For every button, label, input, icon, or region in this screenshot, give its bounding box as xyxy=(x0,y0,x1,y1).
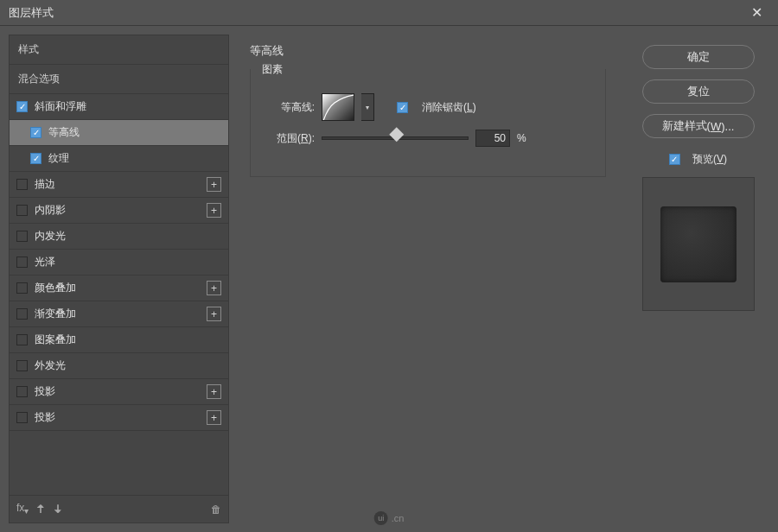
style-item-4[interactable]: 内阴影+ xyxy=(10,198,228,224)
add-effect-icon[interactable]: + xyxy=(207,307,221,321)
content: 样式 混合选项 斜面和浮雕等高线纹理描边+内阴影+内发光光泽颜色叠加+渐变叠加+… xyxy=(0,26,778,532)
add-effect-icon[interactable]: + xyxy=(207,281,221,295)
style-list: 斜面和浮雕等高线纹理描边+内阴影+内发光光泽颜色叠加+渐变叠加+图案叠加外发光投… xyxy=(10,94,228,431)
styles-header[interactable]: 样式 xyxy=(10,35,228,65)
contour-label: 等高线: xyxy=(263,100,315,115)
style-checkbox[interactable] xyxy=(16,179,28,190)
blend-options-header[interactable]: 混合选项 xyxy=(10,65,228,94)
range-label: 范围(R): xyxy=(263,131,315,146)
style-item-5[interactable]: 内发光 xyxy=(10,224,228,250)
style-label: 内阴影 xyxy=(35,203,207,218)
style-item-9[interactable]: 图案叠加 xyxy=(10,327,228,353)
style-item-10[interactable]: 外发光 xyxy=(10,353,228,379)
style-item-11[interactable]: 投影+ xyxy=(10,379,228,405)
style-label: 描边 xyxy=(35,177,207,192)
style-label: 投影 xyxy=(35,410,207,425)
antialias-checkbox[interactable] xyxy=(397,102,408,113)
style-checkbox[interactable] xyxy=(16,386,28,397)
style-label: 颜色叠加 xyxy=(35,281,207,295)
style-label: 内发光 xyxy=(35,229,221,244)
arrow-up-icon[interactable]: 🠅 xyxy=(35,504,46,516)
range-slider[interactable] xyxy=(322,136,469,140)
group-label: 图素 xyxy=(259,62,285,77)
add-effect-icon[interactable]: + xyxy=(207,177,221,192)
style-label: 图案叠加 xyxy=(35,332,221,347)
style-item-8[interactable]: 渐变叠加+ xyxy=(10,301,228,327)
style-checkbox[interactable] xyxy=(16,205,28,216)
preview-box xyxy=(642,177,755,311)
style-item-7[interactable]: 颜色叠加+ xyxy=(10,276,228,301)
left-footer: fx▾ 🠅 🠇 🗑 xyxy=(10,495,228,522)
style-label: 外发光 xyxy=(35,358,221,373)
window-title: 图层样式 xyxy=(9,5,54,21)
style-label: 渐变叠加 xyxy=(35,307,207,321)
fx-icon[interactable]: fx▾ xyxy=(16,502,29,516)
contour-dropdown-icon[interactable]: ▾ xyxy=(361,93,374,121)
range-row: 范围(R): % xyxy=(263,130,593,147)
right-panel: 确定 复位 新建样式(W)... 预览(V) xyxy=(627,35,769,523)
contour-swatch[interactable] xyxy=(322,93,354,121)
arrow-down-icon[interactable]: 🠇 xyxy=(53,504,63,516)
slider-thumb[interactable] xyxy=(389,127,404,142)
style-label: 等高线 xyxy=(48,125,221,140)
antialias-label: 消除锯齿(L) xyxy=(422,100,476,115)
style-item-2[interactable]: 纹理 xyxy=(10,146,228,172)
style-checkbox[interactable] xyxy=(16,334,28,345)
style-checkbox[interactable] xyxy=(16,360,28,371)
titlebar: 图层样式 ✕ xyxy=(0,0,778,26)
style-checkbox[interactable] xyxy=(16,101,28,112)
style-checkbox[interactable] xyxy=(16,231,28,242)
style-checkbox[interactable] xyxy=(16,412,28,423)
close-icon[interactable]: ✕ xyxy=(743,0,769,26)
range-input[interactable] xyxy=(475,130,510,147)
style-checkbox[interactable] xyxy=(16,282,28,294)
preview-toggle-row: 预览(V) xyxy=(669,152,727,167)
add-effect-icon[interactable]: + xyxy=(207,203,221,218)
brand-watermark: ui .cn xyxy=(374,511,405,525)
panel-title: 等高线 xyxy=(250,43,606,59)
style-checkbox[interactable] xyxy=(30,127,41,138)
style-label: 投影 xyxy=(35,384,207,399)
style-label: 斜面和浮雕 xyxy=(35,99,221,114)
style-label: 纹理 xyxy=(48,151,221,166)
range-unit: % xyxy=(517,132,526,144)
brand-badge-icon: ui xyxy=(374,511,388,525)
preview-checkbox[interactable] xyxy=(669,154,680,165)
add-effect-icon[interactable]: + xyxy=(207,410,221,425)
ok-button[interactable]: 确定 xyxy=(642,45,755,69)
style-item-3[interactable]: 描边+ xyxy=(10,172,228,198)
style-item-6[interactable]: 光泽 xyxy=(10,250,228,276)
center-panel: 等高线 图素 等高线: ▾ 消除锯齿(L) 范围(R): xyxy=(238,35,618,523)
style-checkbox[interactable] xyxy=(16,256,28,268)
style-checkbox[interactable] xyxy=(16,308,28,320)
new-style-button[interactable]: 新建样式(W)... xyxy=(642,114,755,138)
style-label: 光泽 xyxy=(35,255,221,269)
style-item-12[interactable]: 投影+ xyxy=(10,405,228,431)
style-checkbox[interactable] xyxy=(30,153,41,164)
trash-icon[interactable]: 🗑 xyxy=(211,504,221,516)
preview-inner xyxy=(660,206,737,282)
style-item-1[interactable]: 等高线 xyxy=(10,120,228,146)
style-item-0[interactable]: 斜面和浮雕 xyxy=(10,94,228,120)
add-effect-icon[interactable]: + xyxy=(207,384,221,399)
reset-button[interactable]: 复位 xyxy=(642,79,755,104)
preview-label: 预览(V) xyxy=(692,152,727,167)
contour-row: 等高线: ▾ 消除锯齿(L) xyxy=(263,93,593,121)
element-group: 图素 等高线: ▾ 消除锯齿(L) 范围(R): xyxy=(250,69,606,177)
left-panel: 样式 混合选项 斜面和浮雕等高线纹理描边+内阴影+内发光光泽颜色叠加+渐变叠加+… xyxy=(9,35,229,523)
